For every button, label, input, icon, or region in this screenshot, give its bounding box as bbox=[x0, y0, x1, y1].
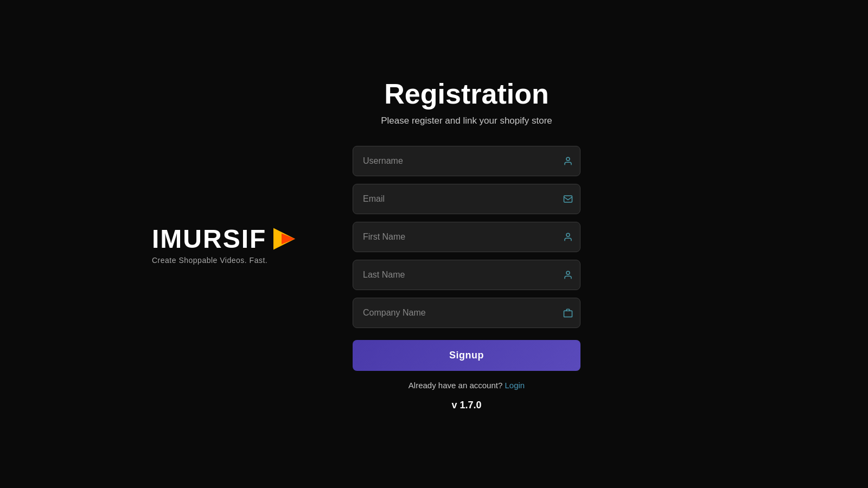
firstname-field-wrapper bbox=[353, 222, 580, 252]
company-icon bbox=[563, 308, 573, 318]
logo-tagline: Create Shoppable Videos. Fast. bbox=[152, 256, 267, 265]
signup-button[interactable]: Signup bbox=[353, 340, 580, 371]
firstname-icon bbox=[563, 232, 573, 242]
company-field-wrapper bbox=[353, 298, 580, 328]
lastname-field-wrapper bbox=[353, 260, 580, 290]
svg-rect-3 bbox=[564, 196, 572, 202]
version-text: v 1.7.0 bbox=[451, 400, 481, 411]
username-input[interactable] bbox=[353, 146, 580, 176]
last-name-input[interactable] bbox=[353, 260, 580, 290]
login-prompt: Already have an account? Login bbox=[409, 381, 525, 390]
svg-point-2 bbox=[566, 157, 570, 160]
svg-point-5 bbox=[566, 271, 570, 274]
username-icon bbox=[563, 156, 573, 166]
svg-point-4 bbox=[566, 233, 570, 236]
logo-play-icon bbox=[271, 225, 298, 252]
first-name-input[interactable] bbox=[353, 222, 580, 252]
svg-rect-6 bbox=[564, 311, 572, 317]
email-input[interactable] bbox=[353, 184, 580, 214]
form-fields bbox=[353, 146, 580, 328]
page-subtitle: Please register and link your shopify st… bbox=[381, 115, 552, 126]
login-link[interactable]: Login bbox=[505, 381, 525, 390]
email-field-wrapper bbox=[353, 184, 580, 214]
lastname-icon bbox=[563, 270, 573, 280]
email-icon bbox=[563, 194, 573, 204]
form-section: Registration Please register and link yo… bbox=[353, 78, 580, 411]
page-title: Registration bbox=[384, 78, 548, 110]
svg-marker-1 bbox=[282, 233, 295, 244]
logo-section: IMURSIF Create Shoppable Videos. Fast. bbox=[152, 224, 298, 265]
username-field-wrapper bbox=[353, 146, 580, 176]
logo-text: IMURSIF bbox=[152, 224, 266, 254]
company-name-input[interactable] bbox=[353, 298, 580, 328]
page-container: IMURSIF Create Shoppable Videos. Fast. R… bbox=[0, 0, 868, 488]
logo-wrapper: IMURSIF bbox=[152, 224, 298, 254]
already-account-text: Already have an account? bbox=[409, 381, 502, 390]
